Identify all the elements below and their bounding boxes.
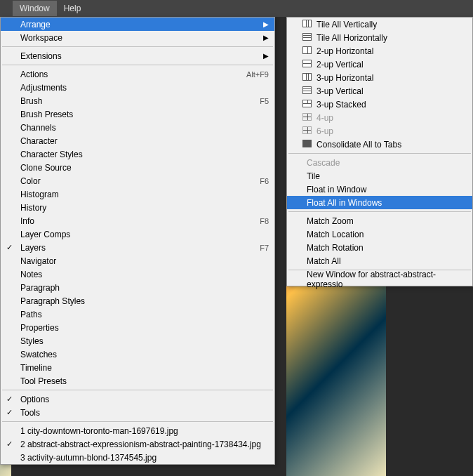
menu-item-histogram[interactable]: Histogram [1,187,274,201]
submenu-arrow-icon: ▶ [263,20,269,28]
three-up-stacked-icon [302,100,312,110]
submenu-arrow-icon: ▶ [263,52,269,60]
submenu-3up-stacked[interactable]: 3-up Stacked [287,98,472,111]
separator [288,211,471,212]
submenu-match-zoom[interactable]: Match Zoom [287,214,472,227]
submenu-arrow-icon: ▶ [263,34,269,41]
menu-item-color[interactable]: ColorF6 [1,174,274,187]
menu-item-channels[interactable]: Channels [1,121,274,134]
menu-item-arrange[interactable]: Arrange ▶ [1,18,274,31]
submenu-float-all-in-windows[interactable]: Float All in Windows [287,196,472,209]
submenu-match-location[interactable]: Match Location [287,227,472,241]
menu-item-document-2[interactable]: ✓2 abstract-abstract-expressionism-abstr… [1,437,274,451]
separator [2,65,273,65]
menu-item-navigator[interactable]: Navigator [1,254,274,267]
menu-item-paragraph-styles[interactable]: Paragraph Styles [1,294,274,308]
two-up-horizontal-icon [302,46,312,56]
menu-item-notes[interactable]: Notes [1,267,274,281]
menu-item-document-1[interactable]: 1 city-downtown-toronto-man-1697619.jpg [1,424,274,437]
submenu-cascade: Cascade [287,156,472,169]
consolidate-icon [302,140,312,150]
menu-item-paths[interactable]: Paths [1,308,274,321]
menu-item-tools[interactable]: ✓Tools [1,406,274,419]
checkmark-icon: ✓ [6,439,13,449]
separator [2,46,273,47]
menu-item-styles[interactable]: Styles [1,334,274,348]
menu-item-brush-presets[interactable]: Brush Presets [1,107,274,121]
submenu-6up: 6-up [287,124,472,138]
menu-item-paragraph[interactable]: Paragraph [1,281,274,294]
separator [288,153,471,154]
two-up-vertical-icon [302,60,312,70]
menu-item-swatches[interactable]: Swatches [1,348,274,361]
submenu-tile-all-horizontally[interactable]: Tile All Horizontally [287,31,472,44]
submenu-4up: 4-up [287,111,472,124]
window-menu-dropdown: Arrange ▶ Workspace ▶ Extensions ▶ Actio… [0,17,275,465]
menu-item-properties[interactable]: Properties [1,321,274,334]
three-up-vertical-icon [302,86,312,96]
menu-item-info[interactable]: InfoF8 [1,214,274,227]
menu-item-brush[interactable]: BrushF5 [1,94,274,107]
menu-item-layer-comps[interactable]: Layer Comps [1,227,274,241]
checkmark-icon: ✓ [6,395,13,404]
submenu-2up-horizontal[interactable]: 2-up Horizontal [287,44,472,58]
menubar: Window Help [0,0,473,17]
separator [2,421,273,422]
submenu-new-window-for-document[interactable]: New Window for abstract-abstract-express… [287,272,472,286]
submenu-3up-vertical[interactable]: 3-up Vertical [287,84,472,98]
tile-horizontal-icon [302,33,312,43]
menu-item-extensions[interactable]: Extensions ▶ [1,49,274,62]
menu-item-actions[interactable]: ActionsAlt+F9 [1,67,274,81]
submenu-match-all[interactable]: Match All [287,254,472,267]
menu-item-character-styles[interactable]: Character Styles [1,147,274,161]
arrange-submenu: Tile All Vertically Tile All Horizontall… [286,17,473,286]
menu-item-timeline[interactable]: Timeline [1,361,274,374]
menu-item-tool-presets[interactable]: Tool Presets [1,374,274,388]
three-up-horizontal-icon [302,73,312,83]
checkmark-icon: ✓ [6,408,13,417]
separator [2,390,273,390]
tile-vertical-icon [302,20,312,29]
submenu-tile-all-vertically[interactable]: Tile All Vertically [287,18,472,31]
submenu-match-rotation[interactable]: Match Rotation [287,241,472,254]
menu-window[interactable]: Window [13,1,57,16]
six-up-icon [302,126,312,136]
menu-help[interactable]: Help [57,1,88,16]
submenu-tile[interactable]: Tile [287,169,472,183]
submenu-3up-horizontal[interactable]: 3-up Horizontal [287,71,472,84]
checkmark-icon: ✓ [6,243,13,252]
menu-item-history[interactable]: History [1,201,274,214]
submenu-consolidate-tabs[interactable]: Consolidate All to Tabs [287,138,472,151]
menu-item-adjustments[interactable]: Adjustments [1,81,274,94]
menu-item-options[interactable]: ✓Options [1,392,274,406]
submenu-2up-vertical[interactable]: 2-up Vertical [287,58,472,71]
menu-item-layers[interactable]: ✓LayersF7 [1,241,274,254]
menu-item-clone-source[interactable]: Clone Source [1,161,274,174]
menu-item-character[interactable]: Character [1,134,274,147]
menu-item-workspace[interactable]: Workspace ▶ [1,31,274,44]
submenu-float-in-window[interactable]: Float in Window [287,183,472,196]
menu-item-document-3[interactable]: 3 activity-autumn-blond-1374545.jpg [1,451,274,464]
four-up-icon [302,113,312,123]
